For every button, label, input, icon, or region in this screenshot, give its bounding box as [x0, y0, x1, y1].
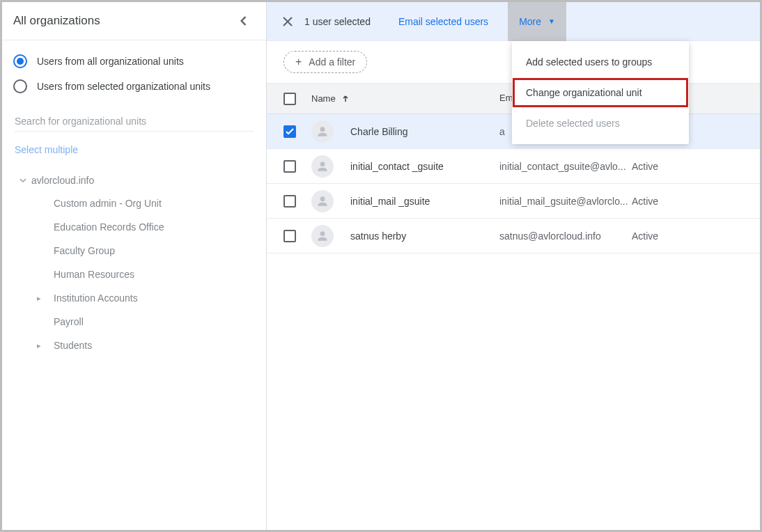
user-status: Active: [632, 230, 658, 242]
tree-item-label: Custom admin - Org Unit: [54, 198, 162, 209]
sort-asc-icon: [341, 95, 350, 103]
search-org-input[interactable]: [15, 111, 254, 132]
svg-point-1: [320, 162, 325, 166]
sidebar-header: All organizations: [2, 2, 266, 40]
tree-item-label: Institution Accounts: [54, 292, 138, 304]
org-scope-radio-group: Users from all organizational units User…: [2, 40, 266, 104]
user-email: satnus@avlorcloud.info: [499, 230, 601, 242]
clear-selection-button[interactable]: [274, 8, 302, 36]
plus-icon: +: [295, 56, 302, 68]
user-status: Active: [632, 196, 658, 207]
tree-item[interactable]: Human Resources: [54, 263, 266, 286]
tree-item-label: Faculty Group: [54, 245, 115, 256]
chevron-left-icon: [240, 16, 247, 26]
user-name: initial_mail _gsuite: [350, 196, 430, 207]
user-email: initial_mail_gsuite@avlorclo...: [499, 196, 628, 207]
row-checkbox[interactable]: [283, 160, 296, 173]
collapse-sidebar-button[interactable]: [234, 13, 252, 29]
tree-item[interactable]: Education Records Office: [54, 215, 266, 239]
row-checkbox[interactable]: [283, 195, 296, 208]
dropdown-delete-users: Delete selected users: [512, 108, 689, 139]
user-name: Charle Billing: [350, 126, 407, 137]
more-actions-button[interactable]: More ▼: [508, 2, 566, 41]
user-email: a: [499, 126, 505, 137]
radio-selected-org-units[interactable]: Users from selected organizational units: [13, 74, 255, 99]
selected-count: 1 user selected: [304, 16, 371, 27]
selection-action-bar: 1 user selected Email selected users Mor…: [267, 2, 760, 41]
user-email: initial_contact_gsuite@avlo...: [499, 161, 626, 172]
avatar: [311, 190, 334, 212]
dropdown-add-to-groups[interactable]: Add selected users to groups: [512, 47, 689, 77]
select-all-checkbox[interactable]: [283, 93, 296, 105]
svg-point-0: [320, 127, 325, 132]
avatar: [311, 155, 334, 178]
sidebar: All organizations Users from all organiz…: [2, 2, 267, 530]
tree-children: Custom admin - Org UnitEducation Records…: [15, 191, 266, 357]
dropdown-change-org-unit[interactable]: Change organizational unit: [512, 77, 689, 108]
tree-item-label: Human Resources: [54, 269, 134, 280]
more-actions-dropdown: Add selected users to groups Change orga…: [512, 41, 689, 144]
table-row[interactable]: initial_mail _gsuiteinitial_mail_gsuite@…: [267, 184, 760, 219]
svg-point-2: [320, 196, 325, 201]
tree-item-label: Education Records Office: [54, 221, 164, 233]
caret-down-icon: ▼: [548, 17, 555, 25]
avatar: [311, 120, 334, 143]
org-tree: avlorcloud.info Custom admin - Org UnitE…: [2, 162, 266, 357]
avatar: [311, 225, 334, 247]
radio-icon: [13, 79, 27, 93]
tree-item[interactable]: ▸Institution Accounts: [54, 286, 266, 310]
row-checkbox[interactable]: [283, 125, 296, 138]
radio-all-org-units[interactable]: Users from all organizational units: [13, 49, 255, 74]
add-filter-button[interactable]: + Add a filter: [283, 51, 367, 73]
more-label: More: [519, 16, 541, 27]
close-icon: [282, 16, 293, 27]
caret-right-icon: ▸: [37, 294, 41, 303]
table-row[interactable]: initial_contact _gsuiteinitial_contact_g…: [267, 149, 760, 184]
sidebar-title: All organizations: [13, 14, 100, 28]
main-content: 1 user selected Email selected users Mor…: [267, 2, 760, 530]
tree-item-label: Students: [54, 340, 92, 351]
email-selected-users-button[interactable]: Email selected users: [390, 10, 497, 33]
search-org-container: [2, 104, 266, 137]
row-checkbox[interactable]: [283, 230, 296, 242]
tree-item[interactable]: Payroll: [54, 310, 266, 334]
tree-item[interactable]: Custom admin - Org Unit: [54, 191, 266, 215]
caret-right-icon: ▸: [37, 341, 41, 350]
tree-item[interactable]: Faculty Group: [54, 239, 266, 263]
radio-icon: [13, 54, 27, 68]
tree-root-label: avlorcloud.info: [31, 175, 94, 186]
user-status: Active: [632, 161, 658, 172]
svg-point-3: [320, 231, 325, 236]
column-header-name[interactable]: Name: [311, 93, 499, 104]
add-filter-label: Add a filter: [309, 56, 355, 68]
user-name: initial_contact _gsuite: [350, 161, 444, 172]
caret-down-icon: [15, 178, 31, 182]
tree-root[interactable]: avlorcloud.info: [15, 169, 266, 191]
user-name: satnus herby: [350, 230, 406, 242]
table-row[interactable]: satnus herbysatnus@avlorcloud.infoActive: [267, 219, 760, 253]
radio-label: Users from selected organizational units: [37, 81, 210, 92]
select-multiple-link[interactable]: Select multiple: [2, 137, 266, 162]
tree-item[interactable]: ▸Students: [54, 334, 266, 357]
radio-label: Users from all organizational units: [37, 56, 184, 67]
tree-item-label: Payroll: [54, 316, 84, 327]
